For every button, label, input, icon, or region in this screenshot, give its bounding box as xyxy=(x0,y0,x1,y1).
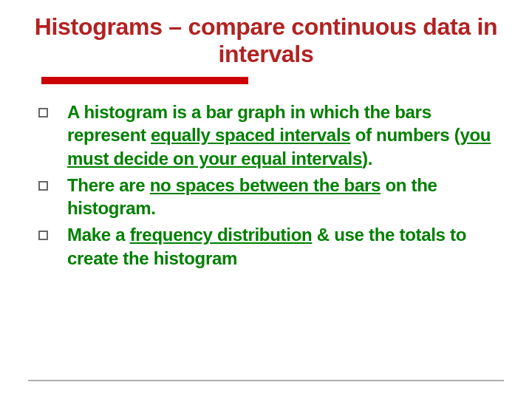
bullet-item-2: There are no spaces between the bars on … xyxy=(34,174,492,220)
square-bullet-icon xyxy=(38,231,48,240)
b3-pre: Make a xyxy=(67,225,130,245)
content-area: A histogram is a bar graph in which the … xyxy=(28,100,504,270)
b1-post: ). xyxy=(362,149,372,168)
bullet-text-3: Make a frequency distribution & use the … xyxy=(67,223,492,270)
b1-mid: of numbers ( xyxy=(350,125,460,145)
bullet-text-1: A histogram is a bar graph in which the … xyxy=(67,100,492,171)
divider-wrap xyxy=(28,77,504,84)
b2-pre: There are xyxy=(67,175,150,195)
b1-underline-1: equally spaced intervals xyxy=(151,125,350,145)
bullet-item-3: Make a frequency distribution & use the … xyxy=(34,223,492,270)
slide-title: Histograms – compare continuous data in … xyxy=(28,13,504,68)
title-divider xyxy=(41,77,248,84)
footer-divider xyxy=(28,380,504,381)
square-bullet-icon xyxy=(38,181,48,191)
bullet-item-1: A histogram is a bar graph in which the … xyxy=(34,100,492,171)
b2-underline-1: no spaces between the bars xyxy=(150,175,381,195)
slide: Histograms – compare continuous data in … xyxy=(0,0,532,399)
b3-underline-1: frequency distribution xyxy=(130,225,313,245)
square-bullet-icon xyxy=(38,108,48,117)
bullet-text-2: There are no spaces between the bars on … xyxy=(67,174,492,220)
